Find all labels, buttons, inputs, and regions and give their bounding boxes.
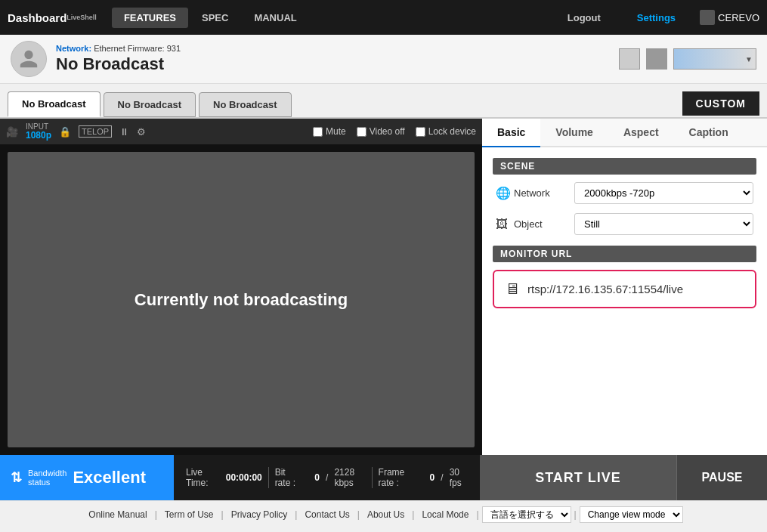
settings-link[interactable]: Settings: [625, 8, 688, 28]
object-select[interactable]: Still Motion: [574, 213, 753, 235]
pause-icon: ⏸: [119, 126, 129, 138]
view-mode-select[interactable]: Change view mode: [580, 506, 683, 523]
lock-device-checkbox[interactable]: [416, 127, 425, 137]
monitor-url-box: 🖥 rtsp://172.16.135.67:11554/live: [493, 270, 756, 308]
monitor-url-header: MONITOR URL: [493, 246, 756, 262]
network-field-row: 🌐 Network 2000kbps -720p 1000kbps -480p …: [493, 182, 756, 204]
object-image-icon: 🖼: [496, 218, 514, 231]
bandwidth-status-label: Bandwidth: [28, 469, 66, 478]
broadcast-tab-3[interactable]: No Broadcast: [199, 92, 292, 117]
footer-privacy-policy[interactable]: Privacy Policy: [224, 509, 295, 520]
profile-meta: Network: Ethernet Firmware: 931: [56, 44, 181, 53]
footer-online-manual[interactable]: Online Manual: [81, 509, 154, 520]
custom-button[interactable]: CUSTOM: [682, 91, 759, 116]
framerate-value: 0: [430, 472, 435, 483]
firmware-label: Firmware:: [128, 44, 165, 53]
mute-checkbox-label[interactable]: Mute: [313, 126, 346, 137]
settings-gear-icon: ⚙: [137, 126, 146, 138]
videooff-checkbox[interactable]: [357, 127, 366, 137]
bandwidth-arrows-icon: ⇅: [11, 469, 22, 486]
profile-info: Network: Ethernet Firmware: 931 No Broad…: [56, 44, 181, 74]
live-stats: Live Time: 00:00:00 Bit rate : 0 / 2128 …: [174, 455, 480, 500]
footer-term-of-use[interactable]: Term of Use: [157, 509, 221, 520]
footer: Online Manual | Term of Use | Privacy Po…: [0, 500, 767, 527]
live-stats-row-1: Live Time: 00:00:00 Bit rate : 0 / 2128 …: [186, 467, 468, 488]
bandwidth-status: Excellent: [73, 468, 146, 487]
lock-icon: 🔒: [59, 126, 71, 138]
object-field-label: Object: [514, 218, 574, 230]
videooff-checkbox-label[interactable]: Video off: [357, 126, 405, 137]
stat-divider: [268, 467, 269, 488]
broadcast-tab-1[interactable]: No Broadcast: [8, 91, 101, 117]
network-value: Ethernet: [94, 44, 125, 53]
footer-sep-6: |: [476, 509, 478, 520]
tab-aspect[interactable]: Aspect: [608, 119, 674, 147]
profile-right-controls: ▼: [619, 48, 756, 70]
live-time-label: Live Time: 00:00:00: [186, 467, 262, 488]
framerate-max: 30 fps: [450, 467, 468, 488]
live-time-value: 00:00:00: [226, 472, 262, 483]
tab-volume[interactable]: Volume: [540, 119, 608, 147]
color-swatch-2[interactable]: [646, 48, 667, 70]
dropdown-arrow-icon: ▼: [745, 55, 753, 63]
camera-icon: 🎥: [6, 126, 18, 138]
network-select[interactable]: 2000kbps -720p 1000kbps -480p 500kbps -3…: [574, 182, 753, 204]
right-panel: Basic Volume Aspect Caption SCENE 🌐 Netw…: [482, 119, 767, 455]
bandwidth-status-sublabel: status: [28, 478, 66, 487]
mute-checkbox[interactable]: [313, 127, 323, 137]
monitor-url-text: rtsp://172.16.135.67:11554/live: [527, 283, 683, 295]
color-dropdown[interactable]: ▼: [673, 48, 756, 70]
network-field-label: Network: [514, 187, 574, 199]
brand-name: Dashboard: [8, 11, 66, 24]
network-globe-icon: 🌐: [496, 186, 514, 200]
cerevo-logo: CEREVO: [700, 10, 759, 25]
footer-local-mode[interactable]: Local Mode: [414, 509, 476, 520]
start-live-button[interactable]: START LIVE: [480, 455, 676, 500]
scene-section-header: SCENE: [493, 158, 756, 175]
right-nav: Logout Settings CEREVO: [555, 8, 759, 28]
color-swatch-1[interactable]: [619, 48, 640, 70]
tab-basic[interactable]: Basic: [482, 119, 540, 147]
left-panel: 🎥 INPUT 1080p 🔒 TELOP ⏸ ⚙ Mute Video off: [0, 119, 482, 455]
nav-links: FEATURES SPEC MANUAL: [112, 8, 309, 28]
lock-device-label: Lock device: [428, 126, 476, 137]
tab-caption[interactable]: Caption: [674, 119, 744, 147]
logout-link[interactable]: Logout: [555, 8, 613, 28]
bitrate-value: 0: [314, 472, 320, 483]
nav-spec[interactable]: SPEC: [190, 8, 240, 28]
avatar-icon: [18, 48, 39, 70]
brand-logo: Dashboard LiveShell: [8, 11, 97, 24]
footer-contact-us[interactable]: Contact Us: [297, 509, 357, 520]
footer-sep-7: |: [574, 509, 577, 520]
pause-button[interactable]: PAUSE: [676, 455, 767, 500]
profile-name: No Broadcast: [56, 54, 181, 74]
panel-content: SCENE 🌐 Network 2000kbps -720p 1000kbps …: [482, 147, 767, 455]
language-select[interactable]: 言語を選択する: [482, 506, 571, 523]
broadcast-tabs-bar: No Broadcast No Broadcast No Broadcast C…: [0, 84, 767, 119]
broadcast-tab-2[interactable]: No Broadcast: [104, 92, 196, 117]
top-nav: Dashboard LiveShell FEATURES SPEC MANUAL…: [0, 0, 767, 35]
nav-features[interactable]: FEATURES: [112, 8, 188, 28]
stat-divider-2: [372, 467, 373, 488]
nav-manual[interactable]: MANUAL: [242, 8, 308, 28]
monitor-icon: 🖥: [505, 280, 520, 298]
main-content: 🎥 INPUT 1080p 🔒 TELOP ⏸ ⚙ Mute Video off: [0, 119, 767, 455]
telop-icon: TELOP: [79, 125, 112, 138]
framerate-row: Frame rate : 0 / 30 fps: [379, 467, 468, 488]
bitrate-max: 2128 kbps: [334, 467, 365, 488]
footer-about-us[interactable]: About Us: [360, 509, 412, 520]
bandwidth-section: ⇅ Bandwidth status Excellent: [0, 455, 174, 500]
profile-bar: Network: Ethernet Firmware: 931 No Broad…: [0, 35, 767, 84]
right-tabs: Basic Volume Aspect Caption: [482, 119, 767, 147]
cerevo-label: CEREVO: [718, 12, 759, 23]
video-toolbar: 🎥 INPUT 1080p 🔒 TELOP ⏸ ⚙ Mute Video off: [0, 119, 482, 144]
bandwidth-labels: Bandwidth status: [28, 469, 66, 487]
videooff-label: Video off: [370, 126, 405, 137]
cerevo-icon: [700, 10, 715, 25]
mute-label: Mute: [326, 126, 346, 137]
lock-checkbox-label[interactable]: Lock device: [416, 126, 476, 137]
action-buttons: START LIVE PAUSE: [480, 455, 767, 500]
monitor-url-section: MONITOR URL 🖥 rtsp://172.16.135.67:11554…: [493, 246, 756, 308]
video-area: Currently not broadcasting: [8, 152, 475, 447]
toolbar-right: Mute Video off Lock device: [313, 126, 476, 137]
